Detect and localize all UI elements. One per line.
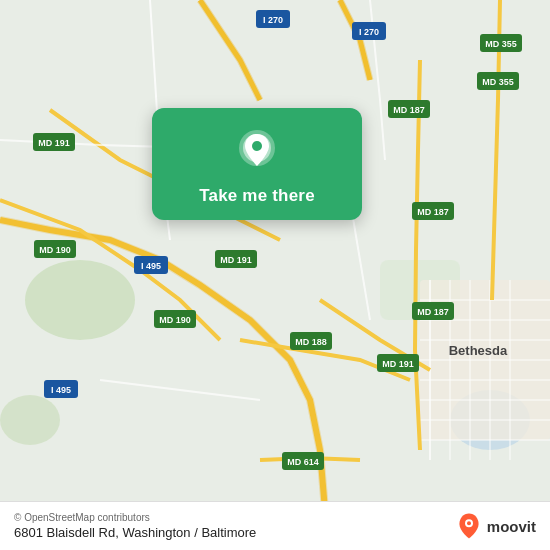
svg-text:MD 187: MD 187 — [417, 207, 449, 217]
moovit-logo: moovit — [455, 512, 536, 540]
svg-point-54 — [252, 141, 262, 151]
moovit-pin-icon — [455, 512, 483, 540]
svg-text:MD 190: MD 190 — [159, 315, 191, 325]
bottom-bar: © OpenStreetMap contributors 6801 Blaisd… — [0, 501, 550, 550]
svg-text:MD 614: MD 614 — [287, 457, 319, 467]
address-text: 6801 Blaisdell Rd, Washington / Baltimor… — [14, 525, 256, 540]
svg-point-3 — [0, 395, 60, 445]
svg-text:MD 187: MD 187 — [417, 307, 449, 317]
svg-point-56 — [467, 521, 471, 525]
svg-text:I 270: I 270 — [359, 27, 379, 37]
location-pin-icon — [232, 126, 282, 176]
moovit-brand-text: moovit — [487, 518, 536, 535]
svg-text:MD 355: MD 355 — [482, 77, 514, 87]
bottom-bar-info: © OpenStreetMap contributors 6801 Blaisd… — [14, 512, 256, 540]
svg-text:I 270: I 270 — [263, 15, 283, 25]
svg-text:MD 191: MD 191 — [382, 359, 414, 369]
svg-text:MD 191: MD 191 — [38, 138, 70, 148]
copyright-text: © OpenStreetMap contributors — [14, 512, 256, 523]
take-me-there-button[interactable]: Take me there — [199, 186, 315, 206]
map-svg: I 270 I 270 I 495 I 495 MD 355 MD 355 MD… — [0, 0, 550, 550]
svg-text:Bethesda: Bethesda — [449, 343, 508, 358]
svg-text:MD 188: MD 188 — [295, 337, 327, 347]
svg-text:I 495: I 495 — [141, 261, 161, 271]
svg-text:I 495: I 495 — [51, 385, 71, 395]
svg-point-1 — [25, 260, 135, 340]
map-container: I 270 I 270 I 495 I 495 MD 355 MD 355 MD… — [0, 0, 550, 550]
svg-text:MD 191: MD 191 — [220, 255, 252, 265]
svg-text:MD 187: MD 187 — [393, 105, 425, 115]
location-card: Take me there — [152, 108, 362, 220]
svg-text:MD 355: MD 355 — [485, 39, 517, 49]
svg-text:MD 190: MD 190 — [39, 245, 71, 255]
